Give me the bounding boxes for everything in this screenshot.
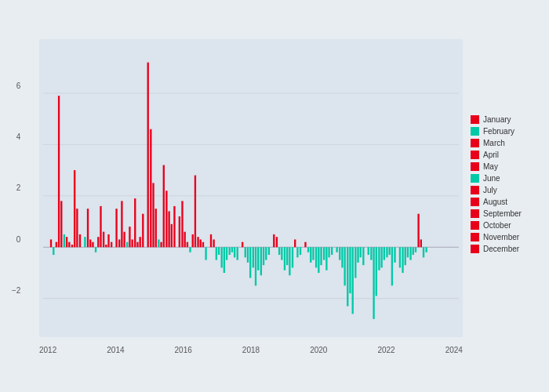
bar [386, 247, 387, 257]
bar [370, 247, 372, 260]
bar [237, 247, 238, 260]
bar [218, 247, 220, 255]
legend-label-july: July [483, 186, 497, 194]
bar [304, 242, 306, 248]
bar [56, 242, 57, 248]
legend-color-august [471, 198, 479, 206]
bar [368, 247, 369, 255]
x-label-2020: 2020 [310, 346, 327, 354]
bar [168, 211, 169, 247]
bar [129, 227, 130, 247]
bar [107, 234, 109, 247]
bar [344, 247, 345, 285]
bar [84, 237, 85, 247]
legend-item-february: February [471, 127, 541, 136]
bar [165, 191, 167, 247]
bar [245, 247, 246, 257]
bar [115, 209, 117, 247]
bar [231, 247, 233, 252]
legend-item-june: June [471, 174, 541, 183]
legend-label-april: April [483, 151, 499, 159]
legend-item-may: May [471, 162, 541, 171]
bar [210, 234, 212, 247]
bar [420, 239, 422, 247]
legend-color-march [471, 139, 479, 147]
legend-item-march: March [471, 139, 541, 147]
bar [234, 247, 235, 257]
bar [391, 247, 393, 285]
bar [378, 247, 380, 270]
bar [362, 247, 364, 265]
legend-label-november: November [483, 233, 519, 241]
bar [71, 245, 73, 247]
main-container: 6 4 2 0 −2 2012 2014 2016 2018 2020 2022… [0, 0, 549, 392]
legend-label-october: October [483, 221, 511, 230]
legend-label-march: March [483, 139, 505, 147]
bar [265, 247, 267, 260]
bar [347, 247, 348, 306]
bar [373, 247, 374, 319]
bar [189, 247, 191, 252]
bar [253, 247, 254, 267]
y-label-6: 6 [16, 82, 21, 90]
legend-item-august: August [471, 198, 541, 206]
bar [276, 237, 278, 247]
legend-item-september: September [471, 209, 541, 218]
bar [325, 247, 327, 270]
legend-color-may [471, 162, 479, 171]
bar [195, 176, 196, 248]
x-label-2022: 2022 [377, 346, 394, 354]
legend-item-january: January [471, 115, 541, 124]
bar [111, 242, 112, 248]
bar [89, 239, 91, 247]
bar [318, 247, 319, 273]
bar [300, 247, 301, 255]
bar [118, 239, 120, 247]
bar [181, 201, 183, 247]
bar [255, 247, 256, 285]
bar [147, 63, 149, 248]
bar [134, 198, 136, 247]
y-label-4: 4 [16, 132, 21, 141]
bar [312, 247, 314, 260]
bar [320, 247, 322, 265]
bar [64, 234, 65, 247]
bar [341, 247, 343, 267]
bar [192, 234, 194, 247]
y-label-2: 2 [16, 183, 21, 192]
legend-item-december: December [471, 245, 541, 253]
bar [423, 247, 424, 257]
bar [278, 247, 280, 255]
y-label-neg2: −2 [12, 286, 20, 295]
bar [66, 237, 67, 247]
bar [179, 216, 180, 247]
bar [242, 242, 243, 248]
legend-item-july: July [471, 186, 541, 194]
bar [296, 247, 298, 257]
chart-legend: JanuaryFebruaryMarchAprilMayJuneJulyAugu… [471, 115, 541, 253]
bar [126, 242, 128, 248]
legend-label-february: February [483, 127, 514, 136]
legend-label-august: August [483, 198, 507, 206]
bar [173, 206, 175, 247]
bar [247, 247, 249, 263]
bar [60, 201, 62, 247]
x-label-2014: 2014 [107, 346, 124, 354]
legend-color-april [471, 151, 479, 159]
bar [123, 232, 125, 248]
bar [213, 239, 214, 247]
bar [100, 206, 101, 247]
bar [360, 247, 362, 257]
bar [187, 242, 188, 248]
bar [184, 232, 186, 248]
bar [388, 247, 390, 255]
bar [205, 247, 206, 260]
bar [294, 239, 296, 247]
legend-label-september: September [483, 209, 522, 218]
bar [357, 247, 358, 263]
bar [200, 239, 202, 247]
bar [220, 247, 222, 267]
bar [405, 247, 406, 265]
bar [289, 247, 290, 275]
legend-item-april: April [471, 151, 541, 159]
